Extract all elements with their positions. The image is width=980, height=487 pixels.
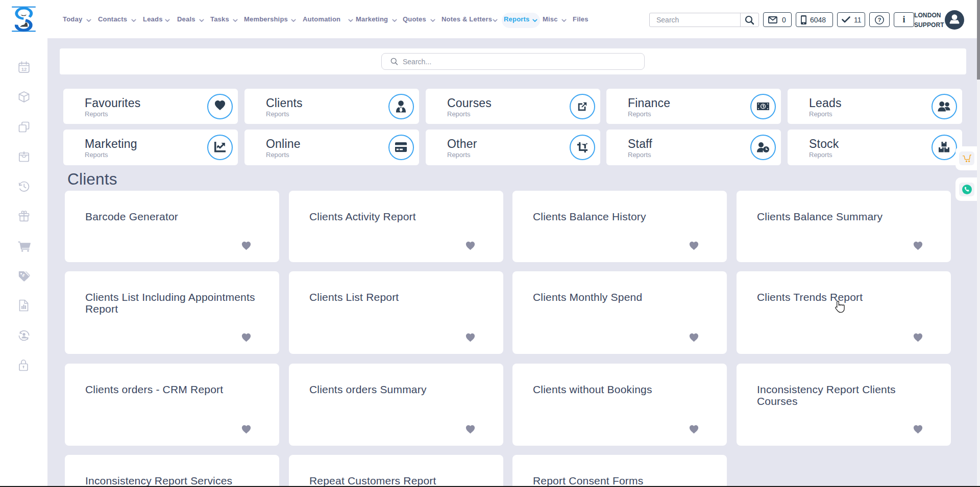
svg-text:12: 12 [21, 66, 27, 72]
svg-text:?: ? [878, 17, 881, 23]
